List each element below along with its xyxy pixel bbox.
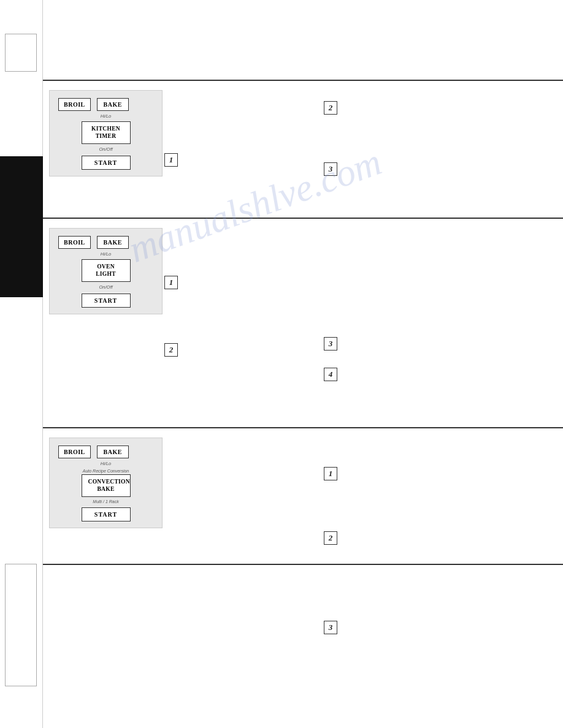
broil-bake-row-3: Broil Bake (58, 446, 153, 458)
step-1-2: 2 (324, 101, 337, 115)
onoff-label-2: On/Off (58, 284, 153, 290)
step-4-3: 3 (324, 621, 337, 634)
step-3-2: 2 (324, 531, 337, 545)
start-button-2[interactable]: Start (82, 294, 131, 308)
kitchen-timer-container: Kitchen Timer (58, 121, 153, 144)
step-2-2: 2 (164, 343, 178, 357)
broil-bake-row-1: Broil Bake (58, 98, 153, 111)
divider-top (43, 80, 563, 81)
broil-button-3[interactable]: Broil (58, 446, 91, 458)
broil-button-2[interactable]: Broil (58, 236, 91, 249)
step-1-3: 3 (324, 162, 337, 176)
hilo-label-2: Hi/Lo (58, 251, 153, 257)
broil-button-1[interactable]: Broil (58, 98, 91, 111)
top-left-box (5, 34, 37, 72)
bottom-left-box (5, 564, 37, 686)
step-1-1: 1 (164, 153, 178, 167)
control-panel-3: Broil Bake Hi/Lo Auto Recipe Conversion … (49, 438, 163, 528)
kitchen-timer-button[interactable]: Kitchen Timer (82, 121, 131, 144)
divider-2 (43, 218, 563, 219)
control-panel-2: Broil Bake Hi/Lo Oven Light On/Off Start (49, 228, 163, 314)
section-kitchen-timer: Broil Bake Hi/Lo Kitchen Timer On/Off St… (43, 83, 563, 208)
bake-button-3[interactable]: Bake (97, 446, 129, 458)
step-3-1: 1 (324, 467, 337, 480)
onoff-label-1: On/Off (58, 146, 153, 152)
step-2-1: 1 (164, 276, 178, 289)
auto-recipe-label: Auto Recipe Conversion (58, 469, 153, 473)
section-4: 3 (43, 567, 563, 726)
start-button-1[interactable]: Start (82, 156, 131, 170)
step-2-4: 4 (324, 368, 337, 381)
bake-button-1[interactable]: Bake (97, 98, 129, 111)
divider-4 (43, 564, 563, 565)
step-2-3: 3 (324, 337, 337, 351)
main-content: Broil Bake Hi/Lo Kitchen Timer On/Off St… (43, 0, 563, 728)
convection-bake-container: Convection Bake (58, 474, 153, 497)
hilo-label-1: Hi/Lo (58, 113, 153, 119)
oven-light-button[interactable]: Oven Light (82, 259, 131, 282)
bake-button-2[interactable]: Bake (97, 236, 129, 249)
oven-light-container: Oven Light (58, 259, 153, 282)
section-oven-light: Broil Bake Hi/Lo Oven Light On/Off Start… (43, 221, 563, 423)
start-button-3[interactable]: Start (82, 507, 131, 521)
divider-3 (43, 427, 563, 428)
section-convection-bake: Broil Bake Hi/Lo Auto Recipe Conversion … (43, 430, 563, 565)
hilo-label-3: Hi/Lo (58, 461, 153, 466)
sidebar-black-block (0, 156, 43, 297)
convection-bake-button[interactable]: Convection Bake (82, 474, 131, 497)
broil-bake-row-2: Broil Bake (58, 236, 153, 249)
control-panel-1: Broil Bake Hi/Lo Kitchen Timer On/Off St… (49, 90, 163, 176)
multi-rack-label: Multi / 1 Rack (58, 499, 153, 504)
